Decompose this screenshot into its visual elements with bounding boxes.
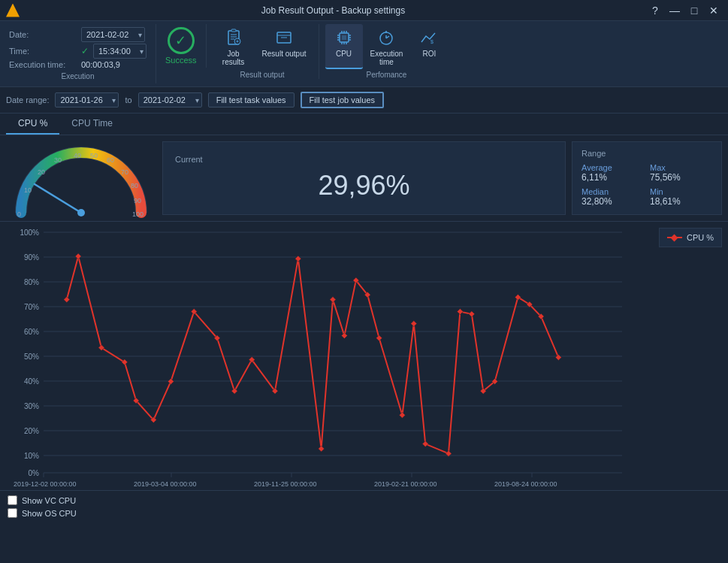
maximize-button[interactable]: □: [686, 2, 702, 19]
svg-text:100: 100: [132, 210, 143, 218]
date-select-wrap[interactable]: 2021-02-02: [81, 27, 145, 42]
date-range-label: Date range:: [6, 95, 49, 104]
svg-text:90%: 90%: [24, 253, 39, 262]
exec-time-button[interactable]: Execution time: [364, 24, 409, 69]
to-label: to: [125, 95, 131, 104]
current-label: Current: [175, 155, 553, 164]
svg-text:50%: 50%: [24, 353, 39, 361]
show-os-cpu-label: Show OS CPU: [22, 509, 77, 518]
date-label: Date:: [9, 30, 77, 39]
show-vc-cpu-row: Show VC CPU: [8, 495, 720, 505]
time-select[interactable]: 15:34:00: [93, 44, 147, 59]
svg-marker-93: [376, 335, 382, 341]
svg-text:80%: 80%: [24, 278, 39, 286]
success-label: Success: [165, 56, 197, 65]
job-results-icon: [223, 27, 244, 48]
result-output-button[interactable]: Result output: [256, 24, 313, 69]
gauge-container: 0 10 20 30 40 50 60 70 80 90 100: [6, 141, 156, 216]
svg-marker-75: [64, 297, 70, 303]
min-value: 18,61%: [650, 196, 712, 207]
svg-marker-88: [319, 446, 325, 452]
svg-marker-76: [75, 253, 81, 259]
date-select[interactable]: 2021-02-02: [81, 27, 145, 42]
svg-text:$: $: [430, 39, 433, 44]
result-output-section-label: Result output: [240, 71, 285, 79]
svg-marker-96: [422, 441, 428, 447]
svg-marker-105: [555, 354, 561, 360]
svg-line-41: [35, 184, 81, 213]
cpu-chart: 100% 90% 80% 70% 60% 50% 40% 30% 20% 10%…: [6, 225, 630, 488]
close-button[interactable]: ✕: [705, 2, 722, 19]
perf-section: CPU Execution time $: [319, 24, 455, 79]
time-label: Time:: [9, 47, 77, 56]
median-label: Median: [581, 187, 644, 196]
show-os-cpu-checkbox[interactable]: [8, 508, 17, 518]
show-vc-cpu-checkbox[interactable]: [8, 495, 17, 505]
svg-text:0%: 0%: [29, 469, 40, 477]
svg-marker-94: [399, 412, 405, 418]
legend-line-icon: [667, 237, 682, 238]
to-date-wrap[interactable]: 2021-02-02: [138, 92, 202, 107]
chart-section: CPU % 100% 90% 80% 70% 60% 50% 40% 30% 2…: [0, 222, 728, 490]
tab-cpu-pct[interactable]: CPU %: [6, 114, 59, 135]
exec-time-btn-label: Execution time: [370, 50, 403, 66]
roi-button[interactable]: $ ROI: [410, 24, 448, 69]
svg-text:90: 90: [134, 197, 141, 204]
current-panel: Current 29,96%: [162, 141, 566, 215]
window-controls: ? — □ ✕: [647, 2, 722, 19]
svg-marker-98: [457, 309, 463, 315]
svg-text:0: 0: [17, 210, 21, 218]
range-panel: Range Average 6,11% Max 75,56% Median 32…: [572, 141, 722, 215]
svg-text:20%: 20%: [24, 427, 39, 435]
metrics-panel: 0 10 20 30 40 50 60 70 80 90 100 Current…: [0, 135, 728, 222]
time-check-icon: ✓: [81, 46, 89, 56]
svg-text:70%: 70%: [24, 303, 39, 311]
from-date-wrap[interactable]: 2021-01-26: [55, 92, 119, 107]
min-stat: Min 18,61%: [650, 187, 712, 208]
bottom-bar: Show VC CPU Show OS CPU: [0, 490, 728, 522]
current-value: 29,96%: [175, 170, 553, 201]
show-vc-cpu-label: Show VC CPU: [22, 496, 76, 505]
tab-bar: CPU % CPU Time: [0, 114, 728, 135]
roi-btn-label: ROI: [423, 50, 436, 58]
svg-text:20: 20: [38, 168, 45, 176]
show-os-cpu-row: Show OS CPU: [8, 508, 720, 518]
from-date-select[interactable]: 2021-01-26: [55, 92, 119, 107]
svg-text:30%: 30%: [24, 402, 39, 410]
exec-time-label: Execution time:: [9, 60, 77, 69]
average-stat: Average 6,11%: [581, 163, 644, 184]
execution-section: Date: 2021-02-02 Time: ✓ 15:34:00 Execut…: [6, 24, 156, 83]
svg-text:2019-02-21 00:00:00: 2019-02-21 00:00:00: [374, 480, 437, 488]
to-date-select[interactable]: 2021-02-02: [138, 92, 202, 107]
cpu-button[interactable]: CPU: [325, 24, 363, 69]
roi-icon: $: [418, 27, 440, 48]
result-output-label: Result output: [262, 50, 307, 58]
exec-time-icon: [376, 27, 397, 48]
tab-cpu-time[interactable]: CPU Time: [59, 114, 125, 135]
window-title: Job Result Output - Backup settings: [20, 5, 647, 16]
svg-text:60%: 60%: [24, 328, 39, 336]
svg-point-42: [77, 209, 85, 216]
max-value: 75,56%: [650, 172, 712, 183]
max-stat: Max 75,56%: [650, 163, 712, 184]
fill-job-button[interactable]: Fill test job values: [301, 92, 384, 108]
svg-text:50: 50: [90, 152, 98, 159]
svg-text:100%: 100%: [20, 229, 39, 237]
toolbar: Date: 2021-02-02 Time: ✓ 15:34:00 Execut…: [0, 21, 728, 87]
result-output-icon: [273, 27, 295, 48]
exec-time-value: 00:00:03,9: [81, 60, 120, 69]
median-stat: Median 32,80%: [581, 187, 644, 208]
average-label: Average: [581, 163, 644, 172]
minimize-button[interactable]: —: [666, 2, 683, 19]
svg-marker-87: [295, 256, 301, 262]
legend-diamond-icon: [670, 234, 678, 241]
legend-box: CPU %: [659, 228, 722, 247]
fill-task-button[interactable]: Fill test task values: [208, 92, 295, 107]
help-button[interactable]: ?: [647, 2, 663, 19]
job-results-button[interactable]: Job results: [213, 24, 255, 69]
svg-text:2019-03-04 00:00:00: 2019-03-04 00:00:00: [134, 480, 197, 488]
svg-text:70: 70: [121, 168, 128, 176]
legend-label: CPU %: [687, 233, 714, 242]
svg-text:2019-08-24 00:00:00: 2019-08-24 00:00:00: [494, 480, 557, 488]
time-select-wrap[interactable]: 15:34:00: [93, 44, 147, 59]
